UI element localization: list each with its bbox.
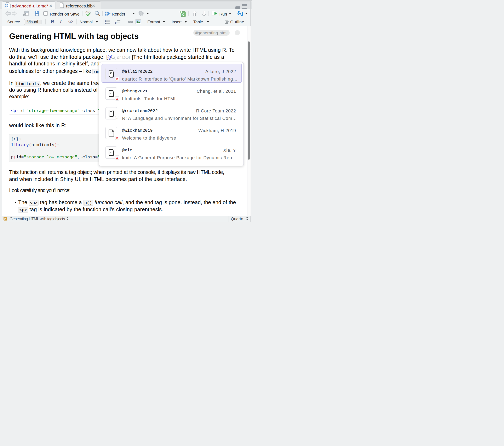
svg-text:2: 2: [115, 22, 116, 24]
svg-text:1: 1: [115, 19, 116, 22]
svg-text:c: c: [182, 12, 184, 17]
